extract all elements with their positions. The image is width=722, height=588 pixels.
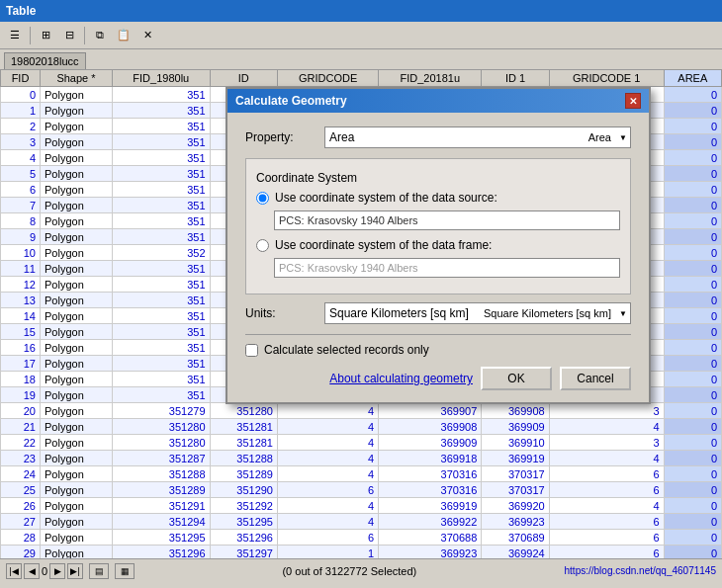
table-row[interactable]: 22Polygon351280351281436990936991030 [1, 435, 722, 451]
nav-last[interactable]: ▶| [67, 563, 83, 579]
nav-prev[interactable]: ◀ [24, 563, 40, 579]
toolbar-sep-2 [84, 27, 85, 44]
status-bar: |◀ ◀ 0 ▶ ▶| ▤ ▦ (0 out of 3122772 Select… [0, 558, 722, 582]
col-gridcode1[interactable]: GRIDCODE 1 [549, 70, 664, 87]
col-fid[interactable]: FID [1, 70, 41, 87]
col-shape[interactable]: Shape * [41, 70, 113, 87]
radio-datasource[interactable] [256, 192, 269, 205]
title-bar: Table [0, 0, 722, 22]
col-fid1980[interactable]: FID_1980lu [112, 70, 210, 87]
table-row[interactable]: 25Polygon351289351290637031637031760 [1, 482, 722, 498]
divider [245, 334, 631, 335]
col-fid2018[interactable]: FID_20181u [379, 70, 482, 87]
calc-selected-row: Calculate selected records only [245, 343, 631, 357]
nav-next[interactable]: ▶ [49, 563, 65, 579]
calculate-geometry-dialog: Calculate Geometry ✕ Property: Area Peri… [226, 87, 651, 404]
table-row[interactable]: 20Polygon351279351280436990736990830 [1, 403, 722, 419]
dialog-footer: About calculating geometry OK Cancel [245, 367, 631, 390]
toolbar-btn-5[interactable]: ✕ [136, 25, 158, 46]
table-row[interactable]: 27Polygon351294351295436992236992360 [1, 514, 722, 530]
calc-selected-checkbox[interactable] [245, 344, 258, 357]
table-row[interactable]: 28Polygon351295351296637068837068960 [1, 530, 722, 546]
toolbar-btn-4[interactable]: 📋 [113, 25, 135, 46]
col-area[interactable]: AREA [664, 70, 721, 87]
units-label: Units: [245, 306, 324, 320]
url-link: https://blog.csdn.net/qq_46071145 [565, 565, 716, 576]
units-select[interactable]: Square Kilometers [sq km] Square Meters … [324, 302, 631, 324]
toolbar: ☰ ⊞ ⊟ ⧉ 📋 ✕ [0, 22, 722, 49]
coordinate-system-section: Coordinate System Use coordinate system … [245, 158, 631, 294]
ok-button[interactable]: OK [481, 367, 552, 390]
radio-datasource-row: Use coordinate system of the data source… [256, 191, 620, 205]
tab-bar: 19802018lucc [0, 49, 722, 69]
dialog-title-text: Calculate Geometry [235, 94, 347, 108]
radio-dataframe[interactable] [256, 239, 269, 252]
window-title: Table [6, 4, 36, 18]
pcs-datasource-row [274, 210, 620, 230]
table-row[interactable]: 21Polygon351280351281436990836990940 [1, 419, 722, 435]
units-select-wrapper: Square Kilometers [sq km] Square Meters … [324, 302, 631, 324]
dialog-body: Property: Area Perimeter X Coordinate of… [227, 113, 649, 402]
pcs-dataframe-row [274, 258, 620, 278]
calc-selected-label: Calculate selected records only [264, 343, 429, 357]
table-tab[interactable]: 19802018lucc [4, 52, 86, 69]
table-row[interactable]: 29Polygon351296351297136992336992460 [1, 546, 722, 559]
about-link[interactable]: About calculating geometry [329, 372, 473, 385]
toolbar-btn-3[interactable]: ⧉ [89, 25, 111, 46]
dialog-title-bar: Calculate Geometry ✕ [227, 89, 649, 113]
navigation-controls: |◀ ◀ 0 ▶ ▶| ▤ ▦ [6, 563, 135, 579]
radio-datasource-label: Use coordinate system of the data source… [275, 191, 497, 205]
toolbar-btn-1[interactable]: ⊞ [35, 25, 56, 46]
table-menu-btn[interactable]: ☰ [4, 25, 26, 46]
toolbar-btn-2[interactable]: ⊟ [58, 25, 80, 46]
property-select[interactable]: Area Perimeter X Coordinate of Centroid … [324, 126, 631, 148]
radio-dataframe-row: Use coordinate system of the data frame: [256, 238, 620, 252]
dialog-close-button[interactable]: ✕ [625, 93, 641, 109]
property-select-wrapper: Area Perimeter X Coordinate of Centroid … [324, 126, 631, 148]
pcs-datasource-input [274, 210, 620, 230]
col-gridcode[interactable]: GRIDCODE [278, 70, 379, 87]
cancel-button[interactable]: Cancel [560, 367, 631, 390]
current-record: 0 [42, 565, 47, 577]
selection-status: (0 out of 3122772 Selected) [282, 565, 416, 577]
view-btn-2[interactable]: ▦ [115, 563, 135, 579]
property-label: Property: [245, 130, 324, 144]
pcs-dataframe-input [274, 258, 620, 278]
coord-section-label: Coordinate System [256, 171, 620, 185]
col-id[interactable]: ID [210, 70, 277, 87]
table-row[interactable]: 23Polygon351287351288436991836991940 [1, 451, 722, 466]
col-id1[interactable]: ID 1 [482, 70, 549, 87]
property-row: Property: Area Perimeter X Coordinate of… [245, 126, 631, 148]
view-btn-1[interactable]: ▤ [89, 563, 109, 579]
radio-dataframe-label: Use coordinate system of the data frame: [275, 238, 492, 252]
table-row[interactable]: 24Polygon351288351289437031637031760 [1, 466, 722, 482]
toolbar-sep-1 [30, 27, 31, 44]
units-row: Units: Square Kilometers [sq km] Square … [245, 302, 631, 324]
table-row[interactable]: 26Polygon351291351292436991936992040 [1, 498, 722, 514]
nav-first[interactable]: |◀ [6, 563, 22, 579]
